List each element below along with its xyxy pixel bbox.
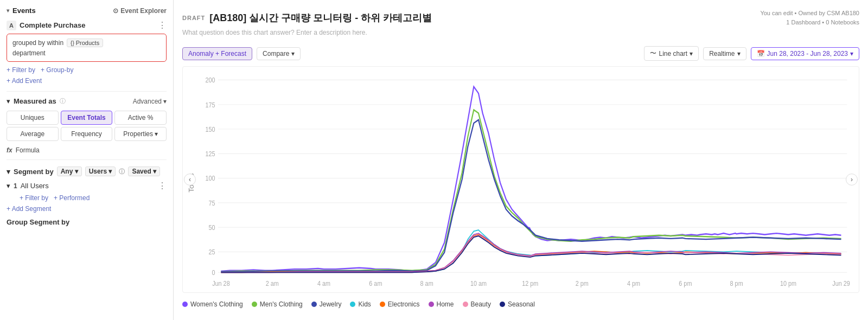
left-panel: ▾ Events ⊙ Event Explorer A Complete Pur… — [0, 0, 174, 320]
tab-active-pct[interactable]: Active % — [114, 111, 167, 125]
chart-header: DRAFT [AB180] 실시간 구매량 모니터링 - 하위 카테고리별 Yo… — [182, 9, 859, 42]
event-letter: A — [7, 21, 16, 30]
filter-perform-row: + Filter by + Performed — [20, 194, 167, 202]
seg-num: 1 — [14, 182, 17, 190]
legend-mens-clothing: Men's Clothing — [252, 300, 303, 308]
segment-chevron[interactable]: ▾ — [7, 168, 10, 176]
properties-chevron-icon: ▾ — [155, 130, 158, 138]
svg-text:2 am: 2 am — [266, 280, 279, 287]
svg-text:6 pm: 6 pm — [679, 280, 692, 287]
line-chart-icon: 〜 — [650, 49, 656, 58]
line-chart-chevron-icon: ▾ — [690, 50, 693, 57]
compare-btn[interactable]: Compare ▾ — [257, 47, 301, 60]
top-right-info: You can edit • Owned by CSM AB180 1 Dash… — [760, 9, 859, 27]
legend-jewelry: Jewelry — [311, 300, 342, 308]
svg-text:Jun 29: Jun 29 — [832, 280, 850, 287]
legend-dot-jewelry — [311, 302, 317, 307]
legend-dot-beauty — [463, 302, 468, 307]
line-chart-btn[interactable]: 〜 Line chart ▾ — [644, 46, 699, 61]
seg-filter-by-btn[interactable]: + Filter by — [20, 194, 48, 202]
legend-label-kids: Kids — [358, 300, 371, 308]
svg-text:6 am: 6 am — [369, 280, 382, 287]
legend-dot-electronics — [380, 302, 385, 307]
legend-row: Women's Clothing Men's Clothing Jewelry … — [182, 297, 859, 311]
segment-row: ▾ 1 All Users ⋮ — [7, 181, 167, 191]
legend-label-electronics: Electronics — [388, 300, 420, 308]
chart-nav-right[interactable]: › — [846, 174, 858, 185]
products-icon: {} — [71, 40, 74, 46]
tab-average[interactable]: Average — [7, 127, 59, 141]
svg-text:50: 50 — [209, 224, 215, 231]
add-segment-btn[interactable]: + Add Segment — [7, 205, 167, 213]
measured-as-header: ▾ Measured as ⓘ Advanced ▾ — [7, 97, 167, 105]
filter-group-row: + Filter by + Group-by — [7, 66, 167, 74]
group-box: grouped by within {} Products department — [7, 34, 167, 62]
chart-controls: Anomaly + Forecast Compare ▾ 〜 Line char… — [182, 46, 859, 61]
svg-text:2 pm: 2 pm — [576, 280, 589, 287]
seg-chevron: ▾ — [7, 182, 10, 190]
calendar-icon: 📅 — [757, 50, 765, 57]
svg-text:8 am: 8 am — [420, 280, 433, 287]
seg-menu-btn[interactable]: ⋮ — [158, 181, 167, 191]
advanced-chevron-icon: ▾ — [163, 98, 167, 105]
legend-label-seasonal: Seasonal — [508, 300, 535, 308]
tab-frequency[interactable]: Frequency — [61, 127, 113, 141]
chart-title-row: DRAFT [AB180] 실시간 구매량 모니터링 - 하위 카테고리별 Yo… — [182, 9, 859, 27]
tab-uniques[interactable]: Uniques — [7, 111, 59, 125]
add-event-btn[interactable]: + Add Event — [7, 77, 167, 85]
products-badge[interactable]: {} Products — [67, 39, 103, 47]
advanced-btn[interactable]: Advanced ▾ — [133, 98, 167, 105]
chart-desc[interactable]: What question does this chart answer? En… — [182, 29, 859, 36]
svg-text:75: 75 — [209, 200, 215, 207]
chart-title: [AB180] 실시간 구매량 모니터링 - 하위 카테고리별 — [209, 11, 432, 24]
legend-kids: Kids — [350, 300, 371, 308]
date-range-btn[interactable]: 📅 Jun 28, 2023 - Jun 28, 2023 ▾ — [751, 47, 859, 60]
filter-by-btn[interactable]: + Filter by — [7, 66, 35, 74]
events-label: Events — [12, 7, 36, 15]
svg-text:10 pm: 10 pm — [780, 280, 796, 287]
seg-performed-btn[interactable]: + Performed — [54, 194, 90, 202]
segment-by-header: ▾ Segment by Any ▾ Users ▾ ⓘ Saved ▾ — [7, 167, 167, 176]
svg-text:8 pm: 8 pm — [730, 280, 743, 287]
formula-icon: fx — [7, 146, 12, 154]
group-segment-label: Group Segment by — [7, 218, 167, 226]
chart-svg: Totals 200 175 150 125 100 75 50 25 0 Ju… — [183, 67, 859, 292]
seg-name: All Users — [21, 182, 155, 190]
tab-properties[interactable]: Properties ▾ — [114, 127, 167, 141]
event-explorer-btn[interactable]: ⊙ Event Explorer — [113, 7, 167, 15]
svg-text:150: 150 — [206, 126, 215, 133]
legend-dot-womens — [182, 302, 188, 307]
svg-text:100: 100 — [206, 175, 215, 182]
legend-label-womens: Women's Clothing — [190, 300, 243, 308]
event-menu-btn[interactable]: ⋮ — [158, 20, 167, 30]
segment-info-icon: ⓘ — [119, 168, 125, 176]
realtime-chevron-icon: ▾ — [737, 50, 741, 57]
svg-text:4 pm: 4 pm — [627, 280, 640, 287]
chart-nav-left[interactable]: ‹ — [184, 174, 196, 185]
segment-users-btn[interactable]: Users ▾ — [85, 167, 116, 176]
events-chevron[interactable]: ▾ — [7, 8, 9, 14]
svg-text:10 am: 10 am — [470, 280, 487, 287]
measured-chevron[interactable]: ▾ — [7, 97, 10, 105]
event-row: A Complete Purchase ⋮ — [7, 20, 167, 30]
realtime-btn[interactable]: Realtime ▾ — [703, 47, 746, 60]
chart-right-controls: 〜 Line chart ▾ Realtime ▾ 📅 Jun 28, 2023… — [644, 46, 859, 61]
segment-saved-btn[interactable]: Saved ▾ — [128, 167, 160, 176]
divider-1 — [7, 91, 167, 92]
formula-row[interactable]: fx Formula — [7, 146, 167, 154]
date-chevron-icon: ▾ — [850, 50, 853, 57]
divider-2 — [7, 159, 167, 160]
anomaly-forecast-btn[interactable]: Anomaly + Forecast — [182, 47, 252, 60]
measured-tabs-row1: Uniques Event Totals Active % — [7, 111, 167, 125]
legend-womens-clothing: Women's Clothing — [182, 300, 243, 308]
legend-dot-kids — [350, 302, 355, 307]
legend-home: Home — [429, 300, 454, 308]
legend-label-home: Home — [437, 300, 454, 308]
legend-seasonal: Seasonal — [500, 300, 535, 308]
measured-label: Measured as — [14, 97, 56, 105]
segment-any-btn[interactable]: Any ▾ — [57, 167, 82, 176]
grouped-by-text: grouped by within — [12, 39, 63, 47]
compare-chevron-icon: ▾ — [291, 50, 295, 57]
group-by-btn[interactable]: + Group-by — [41, 66, 73, 74]
tab-event-totals[interactable]: Event Totals — [61, 111, 113, 125]
